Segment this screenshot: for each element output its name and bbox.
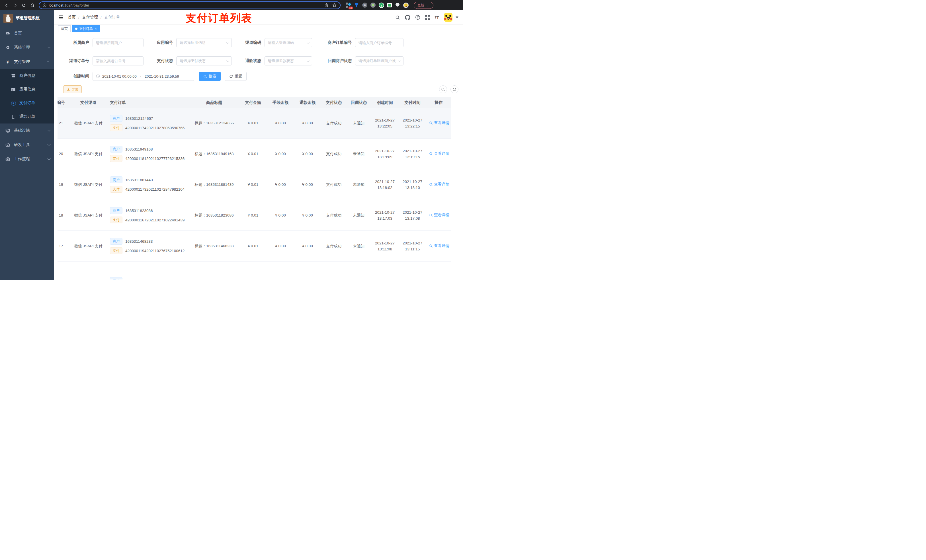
cell-amount: ¥ 0.01 xyxy=(239,169,267,200)
breadcrumb-section[interactable]: 支付管理 xyxy=(82,15,98,20)
help-icon[interactable] xyxy=(415,15,420,20)
channel-order-no-input[interactable] xyxy=(92,56,144,65)
merchant-order-no-field[interactable] xyxy=(359,41,400,45)
extension-kite-icon[interactable] xyxy=(354,3,359,8)
reset-button[interactable]: 重置 xyxy=(225,72,247,81)
avatar-caret-icon[interactable] xyxy=(455,17,458,18)
breadcrumb-current: 支付订单 xyxy=(104,15,120,20)
fullscreen-icon[interactable] xyxy=(425,15,430,20)
merchant-input-field[interactable] xyxy=(96,41,140,45)
table-row[interactable]: 商户163531115706 支付 标题： xyxy=(57,261,451,280)
view-detail-link[interactable]: 查看详情 xyxy=(429,151,449,156)
extension-command-icon[interactable]: ⌘ xyxy=(362,3,367,8)
pay-tag: 支付 xyxy=(110,186,123,193)
refund-status-select[interactable]: 请选择退款状态 xyxy=(265,56,312,65)
channel-code-select[interactable]: 请输入渠道编码 xyxy=(265,38,312,47)
url-bar[interactable]: localhost:1024/pay/order xyxy=(39,2,340,9)
github-icon[interactable] xyxy=(405,15,410,20)
export-button[interactable]: 导出 xyxy=(63,85,82,93)
refresh-table-button[interactable] xyxy=(451,85,458,93)
home-icon[interactable] xyxy=(29,2,36,9)
sidebar-item-devtools[interactable]: 研发工具 xyxy=(0,138,54,152)
sidebar-item-refund-order[interactable]: 退款订单 xyxy=(0,110,54,124)
view-detail-link[interactable]: 查看详情 xyxy=(429,182,449,187)
cell-pay-status: 支付成功 xyxy=(321,139,346,169)
extensions-puzzle-icon[interactable] xyxy=(395,3,400,8)
profile-emoji-icon[interactable] xyxy=(403,3,409,8)
callback-status-select[interactable]: 请选择订单回调商户状态 xyxy=(355,56,404,65)
app-select[interactable]: 请选择应用信息 xyxy=(176,38,232,47)
browser-update-button[interactable]: 更新⋮ xyxy=(414,2,433,9)
sidebar: 芋道管理系统 首页 系统管理 ¥ 支付管理 商户信息 应用信息 xyxy=(0,10,54,280)
col-actions: 操作 xyxy=(426,97,451,108)
cell-actions: 查看详情 xyxy=(426,169,451,200)
bookmark-star-icon[interactable] xyxy=(332,3,337,8)
sidebar-item-home[interactable]: 首页 xyxy=(0,26,54,41)
tab-home[interactable]: 首页 xyxy=(58,25,71,32)
sidebar-item-workflow[interactable]: 工作流程 xyxy=(0,152,54,166)
sidebar-item-pay-order[interactable]: ¥ 支付订单 xyxy=(0,96,54,110)
pay-tag: 支付 xyxy=(110,124,123,131)
font-size-icon[interactable]: TT xyxy=(435,15,439,20)
chevron-down-icon xyxy=(226,41,229,44)
cell-pay-status: 支付成功 xyxy=(321,231,346,261)
channel-order-no-field[interactable] xyxy=(96,59,140,63)
cell-pay-order: 商户1635312124657 支付4200001174202110278060… xyxy=(107,108,189,139)
sidebar-item-infra[interactable]: 基础设施 xyxy=(0,124,54,138)
col-fee: 手续金额 xyxy=(267,97,294,108)
extension-chat-icon[interactable] xyxy=(387,3,392,8)
breadcrumb-home[interactable]: 首页 xyxy=(68,15,76,20)
search-button[interactable]: 搜索 xyxy=(199,72,221,81)
table-row[interactable]: 20 微信 JSAPI 支付 商户1635311949168 支付4200001… xyxy=(57,139,451,169)
extension-dot-icon[interactable] xyxy=(371,3,375,8)
view-detail-link[interactable]: 查看详情 xyxy=(429,243,449,248)
view-detail-link[interactable]: 查看详情 xyxy=(429,120,449,125)
sidebar-item-pay[interactable]: ¥ 支付管理 xyxy=(0,54,54,69)
header-search-icon[interactable] xyxy=(395,15,400,20)
page-title-annotation: 支付订单列表 xyxy=(186,11,252,25)
cell-pay-status: 支付成功 xyxy=(321,108,346,139)
cell-paid: 2021-10-2713:18:10 xyxy=(399,169,426,200)
close-icon[interactable]: × xyxy=(95,27,97,31)
back-icon[interactable] xyxy=(3,2,10,9)
pay-status-select[interactable]: 请选择支付状态 xyxy=(176,56,232,65)
table-row[interactable]: 18 微信 JSAPI 支付 商户1635311823086 支付4200001… xyxy=(57,200,451,231)
sidebar-item-app-info[interactable]: 应用信息 xyxy=(0,83,54,96)
cell-amount xyxy=(239,261,267,280)
extension-blocks-icon[interactable]: 10 xyxy=(346,3,351,8)
merchant-input[interactable] xyxy=(92,38,144,47)
sidebar-item-system[interactable]: 系统管理 xyxy=(0,41,54,54)
yen-icon: ¥ xyxy=(5,59,10,64)
merchant-order-no-input[interactable] xyxy=(355,38,404,47)
sidebar-toggle-icon[interactable] xyxy=(58,15,64,20)
sidebar-item-merchant-info[interactable]: 商户信息 xyxy=(0,69,54,83)
merchant-tag: 商户 xyxy=(110,115,123,122)
reload-icon[interactable] xyxy=(20,2,27,9)
table-row[interactable]: 17 微信 JSAPI 支付 商户1635311468233 支付4200001… xyxy=(57,231,451,261)
tab-pay-order[interactable]: 支付订单× xyxy=(72,25,100,32)
cell-actions xyxy=(426,261,451,280)
tags-view: 首页 支付订单× xyxy=(54,24,463,33)
share-icon[interactable] xyxy=(324,3,328,8)
clock-icon xyxy=(96,74,100,78)
forward-icon[interactable] xyxy=(11,2,19,9)
search-icon xyxy=(203,74,207,78)
coin-yen-icon: ¥ xyxy=(11,101,16,106)
site-info-icon[interactable] xyxy=(43,3,47,7)
cell-refund: ¥ 0.00 xyxy=(294,169,321,200)
cell-channel: 微信 JSAPI 支付 xyxy=(70,108,107,139)
cell-actions: 查看详情 xyxy=(426,231,451,261)
toolbox-icon xyxy=(5,143,10,147)
table-row[interactable]: 19 微信 JSAPI 支付 商户1635311881440 支付4200001… xyxy=(57,169,451,200)
view-detail-link[interactable]: 查看详情 xyxy=(429,213,449,218)
table-row[interactable]: 21 微信 JSAPI 支付 商户1635312124657 支付4200001… xyxy=(57,108,451,139)
create-time-range-picker[interactable]: 2021-10-01 00:00:00 - 2021-10-31 23:59:5… xyxy=(92,72,194,81)
cell-id: 18 xyxy=(57,200,70,231)
download-icon xyxy=(67,88,70,91)
browser-menu-icon[interactable]: ⋮ xyxy=(426,3,430,7)
extension-y-icon[interactable]: y xyxy=(379,3,384,8)
extensions-row: 10 ⌘ y xyxy=(346,3,409,8)
user-avatar[interactable] xyxy=(444,13,452,22)
show-search-toggle-button[interactable] xyxy=(439,85,447,93)
label-create-time: 创建时间 xyxy=(63,74,92,79)
